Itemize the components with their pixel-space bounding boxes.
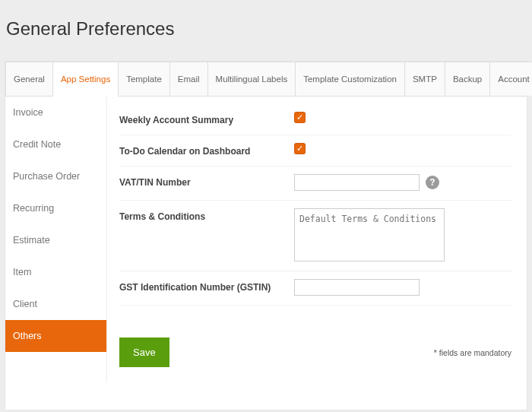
- sidebar-item-invoice[interactable]: Invoice: [5, 97, 106, 128]
- gstin-input[interactable]: [294, 279, 420, 296]
- gstin-label: GST Identification Number (GSTIN): [119, 279, 294, 293]
- mandatory-note: * fields are mandatory: [434, 348, 511, 357]
- tab-template[interactable]: Template: [118, 62, 170, 96]
- tab-account-merge[interactable]: Account Merge: [489, 62, 532, 96]
- page-root: General Preferences General App Settings…: [0, 0, 532, 412]
- tab-app-settings[interactable]: App Settings: [52, 62, 119, 97]
- tab-general[interactable]: General: [5, 62, 53, 96]
- tab-email[interactable]: Email: [169, 62, 208, 96]
- save-button[interactable]: Save: [119, 338, 169, 367]
- row-weekly-summary: Weekly Account Summary ✓: [119, 104, 511, 135]
- todo-checkbox[interactable]: ✓: [294, 143, 306, 154]
- terms-textarea[interactable]: [294, 208, 445, 261]
- sidebar-item-client[interactable]: Client: [5, 288, 106, 320]
- help-icon[interactable]: ?: [426, 176, 439, 189]
- check-icon: ✓: [296, 144, 303, 154]
- tab-backup[interactable]: Backup: [445, 62, 490, 96]
- panel-body: Invoice Credit Note Purchase Order Recur…: [5, 97, 527, 382]
- form-area: Weekly Account Summary ✓ To-Do Calendar …: [107, 97, 527, 382]
- row-vat: VAT/TIN Number ?: [119, 166, 511, 201]
- row-todo: To-Do Calendar on Dashboard ✓: [119, 135, 511, 166]
- weekly-summary-checkbox[interactable]: ✓: [294, 112, 306, 123]
- tab-multilingual[interactable]: Multilingual Labels: [207, 62, 296, 96]
- todo-label: To-Do Calendar on Dashboard: [119, 143, 294, 157]
- weekly-summary-label: Weekly Account Summary: [119, 112, 294, 125]
- sidebar-item-purchase-order[interactable]: Purchase Order: [5, 160, 106, 192]
- vat-input[interactable]: [294, 174, 420, 191]
- preferences-panel: General App Settings Template Email Mult…: [5, 61, 527, 410]
- tab-smtp[interactable]: SMTP: [404, 62, 445, 96]
- tab-bar: General App Settings Template Email Mult…: [5, 62, 527, 97]
- tab-template-customization[interactable]: Template Customization: [295, 62, 405, 96]
- sidebar-item-credit-note[interactable]: Credit Note: [5, 128, 106, 160]
- sidebar-item-recurring[interactable]: Recurring: [5, 192, 106, 224]
- row-gstin: GST Identification Number (GSTIN): [119, 271, 511, 306]
- row-terms: Terms & Conditions: [119, 201, 511, 271]
- sidebar: Invoice Credit Note Purchase Order Recur…: [5, 97, 107, 382]
- form-footer: Save * fields are mandatory: [119, 338, 511, 367]
- check-icon: ✓: [296, 113, 303, 122]
- sidebar-item-others[interactable]: Others: [5, 320, 106, 352]
- sidebar-item-item[interactable]: Item: [5, 256, 106, 288]
- sidebar-item-estimate[interactable]: Estimate: [5, 224, 106, 256]
- terms-label: Terms & Conditions: [119, 208, 294, 222]
- page-title: General Preferences: [0, 0, 532, 61]
- vat-label: VAT/TIN Number: [119, 174, 294, 188]
